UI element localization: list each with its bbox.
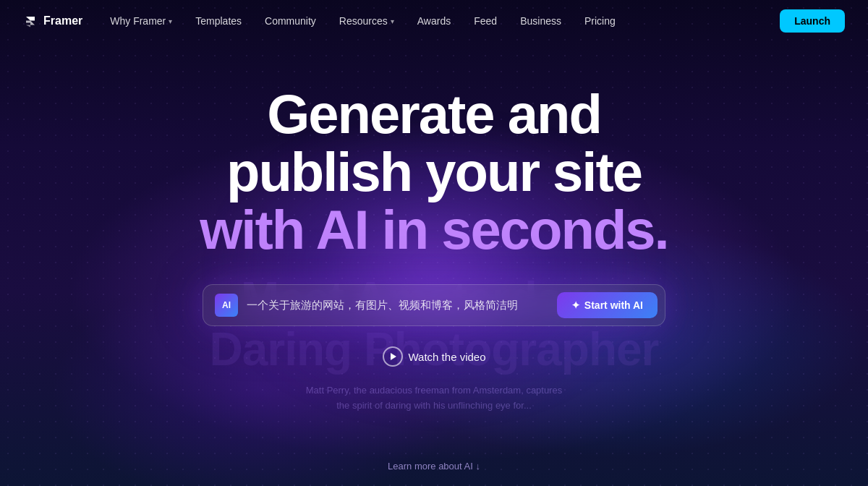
launch-button[interactable]: Launch: [780, 9, 845, 33]
bg-text-sub: Matt Perry, the audacious freeman from A…: [209, 383, 658, 414]
nav-links: Why Framer ▾ Templates Community Resourc…: [100, 11, 780, 31]
hero-title: Generate and publish your site with AI i…: [200, 85, 668, 258]
ai-input-text[interactable]: 一个关于旅游的网站，有图片、视频和博客，风格简洁明: [247, 299, 548, 312]
watch-video-button[interactable]: Watch the video: [383, 346, 486, 367]
navbar: Framer Why Framer ▾ Templates Community …: [0, 0, 868, 42]
start-with-ai-button[interactable]: ✦ Start with AI: [557, 292, 658, 318]
nav-feed[interactable]: Feed: [464, 11, 507, 31]
nav-business[interactable]: Business: [510, 11, 571, 31]
ai-input-container: AI 一个关于旅游的网站，有图片、视频和博客，风格简洁明 ✦ Start wit…: [203, 284, 665, 326]
chevron-down-icon: ▾: [391, 17, 394, 25]
play-triangle: [391, 353, 396, 360]
nav-pricing[interactable]: Pricing: [574, 11, 626, 31]
nav-awards[interactable]: Awards: [407, 11, 461, 31]
ai-input-bar: AI 一个关于旅游的网站，有图片、视频和博客，风格简洁明 ✦ Start wit…: [203, 284, 665, 326]
hero-title-line3: with AI in seconds.: [200, 199, 668, 260]
nav-templates[interactable]: Templates: [185, 11, 252, 31]
play-icon: [383, 346, 403, 367]
hero-title-line2: publish your site: [226, 141, 642, 202]
framer-logo-icon: [23, 14, 38, 28]
brand-name: Framer: [43, 14, 82, 27]
nav-right: Launch: [780, 9, 845, 33]
hero-title-line1: Generate and: [267, 83, 601, 145]
learn-more-ai[interactable]: Learn more about AI ↓: [388, 461, 480, 472]
nav-resources[interactable]: Resources ▾: [329, 11, 404, 31]
ai-icon: AI: [215, 294, 238, 317]
chevron-down-icon: ▾: [169, 17, 172, 25]
nav-community[interactable]: Community: [255, 11, 326, 31]
nav-why-framer[interactable]: Why Framer ▾: [100, 11, 182, 31]
sparkle-icon: ✦: [571, 299, 580, 311]
hero-section: Generate and publish your site with AI i…: [0, 42, 868, 367]
nav-logo[interactable]: Framer: [23, 14, 82, 28]
